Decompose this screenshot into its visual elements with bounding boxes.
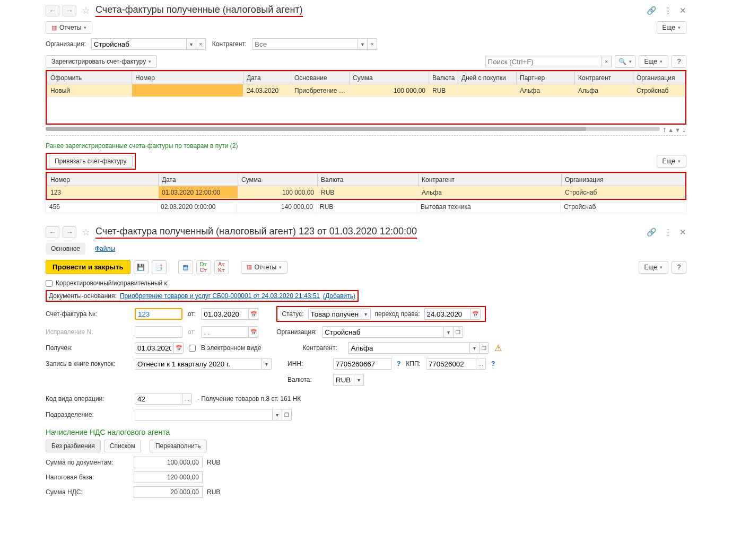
sf-num-input[interactable] xyxy=(135,308,182,320)
help-button[interactable]: ? xyxy=(672,55,686,68)
contragent-dropdown-button[interactable]: ▾ xyxy=(358,38,368,50)
col-org[interactable]: Организация xyxy=(633,72,685,84)
col-days[interactable]: Дней с покупки xyxy=(458,72,517,84)
received-date-picker-button[interactable]: 📅 xyxy=(174,342,184,354)
register-invoice-button[interactable]: Зарегистрировать счет-фактуру ▾ xyxy=(46,55,157,68)
col2-org[interactable]: Организация xyxy=(562,173,685,186)
list-button[interactable]: Списком xyxy=(104,440,141,452)
org-form-dropdown-button[interactable]: ▾ xyxy=(444,326,454,338)
opcode-input[interactable] xyxy=(135,393,182,405)
status-dropdown-button[interactable]: ▾ xyxy=(361,308,371,320)
org-dropdown-button[interactable]: ▾ xyxy=(187,38,196,50)
form-more-button[interactable]: Еще▾ xyxy=(639,261,668,274)
save-button[interactable]: 💾 xyxy=(134,260,149,274)
contragent-filter-input[interactable] xyxy=(252,38,358,50)
table-nav-up[interactable]: ▲ xyxy=(668,127,674,133)
sub-more-button[interactable]: Еще▾ xyxy=(639,55,668,68)
book-dropdown-button[interactable]: ▾ xyxy=(262,358,272,370)
form-reports-button[interactable]: ▥ Отчеты ▾ xyxy=(241,261,287,274)
table-nav-first[interactable]: ⤒ xyxy=(662,127,667,134)
col2-sum[interactable]: Сумма xyxy=(238,173,318,186)
link-icon[interactable]: 🔗 xyxy=(647,6,657,15)
docs-link[interactable]: Приобретение товаров и услуг СБ00-000001… xyxy=(120,292,320,300)
reports-button[interactable]: ▥ Отчеты ▾ xyxy=(46,21,92,34)
tab-files[interactable]: Файлы xyxy=(92,243,118,255)
bind-invoice-button[interactable]: Привязать счет-фактуру xyxy=(49,155,133,168)
kpp-input[interactable] xyxy=(426,358,476,370)
col2-num[interactable]: Номер xyxy=(47,173,159,186)
search-button[interactable]: 🔍▾ xyxy=(615,55,635,68)
form-nav-back-button[interactable]: ← xyxy=(46,226,59,238)
close-icon[interactable]: ✕ xyxy=(679,6,686,15)
correction-checkbox[interactable] xyxy=(46,280,53,287)
received-date-input[interactable] xyxy=(135,342,174,354)
col-partner[interactable]: Партнер xyxy=(517,72,575,84)
nav-back-button[interactable]: ← xyxy=(46,5,59,16)
docs-add-link[interactable]: (Добавить) xyxy=(323,292,355,300)
currency-form-input[interactable] xyxy=(333,374,354,386)
col-contragent[interactable]: Контрагент xyxy=(575,72,633,84)
col-nomer[interactable]: Номер xyxy=(132,72,243,84)
col2-date[interactable]: Дата xyxy=(159,173,238,186)
favorite-icon[interactable]: ☆ xyxy=(82,5,90,16)
h-scrollbar[interactable] xyxy=(46,127,660,131)
transfer-date-input[interactable] xyxy=(424,308,471,320)
org-form-open-button[interactable]: ❐ xyxy=(454,326,463,338)
nosplit-button[interactable]: Без разбиения xyxy=(46,440,101,452)
table2-more-button[interactable]: Еще▾ xyxy=(657,155,686,168)
form-more-menu-icon[interactable]: ⋮ xyxy=(664,228,672,237)
dept-input[interactable] xyxy=(135,409,273,421)
nav-forward-button[interactable]: → xyxy=(63,5,76,16)
table-nav-last[interactable]: ⤓ xyxy=(682,127,686,134)
org-filter-input[interactable] xyxy=(91,38,187,50)
transfer-date-picker-button[interactable]: 📅 xyxy=(471,308,481,320)
table-row[interactable]: 123 01.03.2020 12:00:00 100 000,00 RUB А… xyxy=(47,186,685,199)
col-valuta[interactable]: Валюта xyxy=(429,72,458,84)
refill-button[interactable]: Перезаполнить xyxy=(150,440,207,452)
currency-dropdown-button[interactable]: ▾ xyxy=(354,374,364,386)
kpp-help-icon[interactable]: ? xyxy=(491,360,495,368)
top-more-button[interactable]: Еще ▾ xyxy=(657,21,686,34)
form-favorite-icon[interactable]: ☆ xyxy=(82,226,90,238)
opcode-more-button[interactable]: … xyxy=(182,393,192,405)
form-link-icon[interactable]: 🔗 xyxy=(647,228,657,237)
accounting-button[interactable]: AᴛKᴛ xyxy=(214,260,229,274)
table-row[interactable] xyxy=(47,97,685,124)
org-clear-button[interactable]: × xyxy=(196,38,206,50)
col-osnovanie[interactable]: Основание xyxy=(291,72,350,84)
kpp-more-button[interactable]: … xyxy=(476,358,486,370)
sf-date-input[interactable] xyxy=(201,308,249,320)
status-input[interactable] xyxy=(308,308,361,320)
table-row[interactable]: 456 02.03.2020 0:00:00 140 000,00 RUB Бы… xyxy=(46,200,686,213)
table-nav-down[interactable]: ▼ xyxy=(675,127,681,133)
book-input[interactable] xyxy=(135,358,262,370)
search-clear-button[interactable]: × xyxy=(602,56,612,67)
col-data[interactable]: Дата xyxy=(243,72,291,84)
contragent-form-open-button[interactable]: ❐ xyxy=(480,342,489,354)
contragent-form-input[interactable] xyxy=(348,342,470,354)
print-button[interactable]: ▤ xyxy=(178,260,193,274)
search-input[interactable] xyxy=(485,56,602,67)
dept-open-button[interactable]: ❐ xyxy=(282,409,292,421)
tab-main[interactable]: Основное xyxy=(46,243,85,255)
col2-contr[interactable]: Контрагент xyxy=(419,173,562,186)
col-oformit[interactable]: Оформить xyxy=(47,72,132,84)
electronic-checkbox[interactable] xyxy=(189,345,196,352)
col2-cur[interactable]: Валюта xyxy=(318,173,419,186)
table-row[interactable]: Новый 24.03.2020 Приобретение т... 100 0… xyxy=(47,84,685,97)
form-help-button[interactable]: ? xyxy=(672,261,686,274)
form-close-icon[interactable]: ✕ xyxy=(679,228,686,237)
sf-date-picker-button[interactable]: 📅 xyxy=(249,308,258,320)
dept-dropdown-button[interactable]: ▾ xyxy=(273,409,282,421)
more-menu-icon[interactable]: ⋮ xyxy=(664,6,672,15)
form-nav-forward-button[interactable]: → xyxy=(63,226,76,238)
contragent-clear-button[interactable]: × xyxy=(368,38,377,50)
dtkt-button[interactable]: DᴛCᴛ xyxy=(196,260,211,274)
inn-input[interactable] xyxy=(333,358,391,370)
contragent-form-dropdown-button[interactable]: ▾ xyxy=(470,342,480,354)
post-and-close-button[interactable]: Провести и закрыть xyxy=(46,260,130,274)
inn-help-icon[interactable]: ? xyxy=(397,360,400,368)
org-form-input[interactable] xyxy=(322,326,444,338)
post-button[interactable]: 📑 xyxy=(152,260,167,274)
col-summa[interactable]: Сумма xyxy=(350,72,429,84)
